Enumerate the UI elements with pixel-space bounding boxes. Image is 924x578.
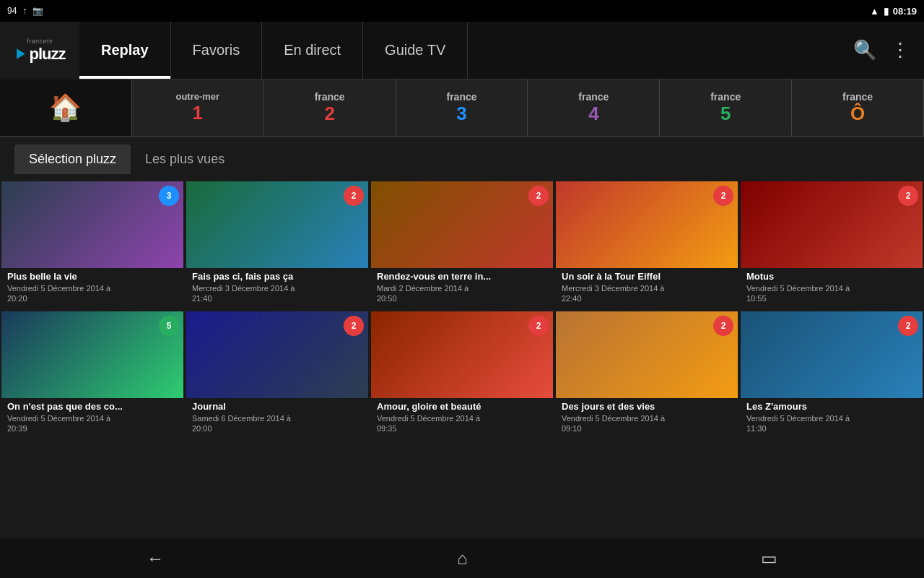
video-date: Mercredi 3 Décembre 2014 à21:40 xyxy=(192,283,362,304)
status-bar: 94 ↑ 📷 ▲ ▮ 08:19 xyxy=(0,0,924,22)
video-info: Un soir à la Tour Eiffel Mercredi 3 Déce… xyxy=(556,268,738,309)
channel-badge: 2 xyxy=(713,316,733,336)
video-date: Vendredi 5 Décembre 2014 à09:35 xyxy=(377,413,547,434)
tab-guidetv[interactable]: Guide TV xyxy=(363,22,468,79)
outremer-num: 1 xyxy=(193,102,203,124)
logo-area: francetv pluzz xyxy=(0,22,79,79)
video-card-5[interactable]: 2 Motus Vendredi 5 Décembre 2014 à10:55 xyxy=(739,180,924,310)
france4-label: france xyxy=(578,91,609,103)
franceo-num: Ô xyxy=(850,103,865,125)
france2-num: 2 xyxy=(324,103,334,125)
video-title: Des jours et des vies xyxy=(562,401,732,412)
video-date: Samedi 6 Décembre 2014 à20:00 xyxy=(192,413,362,434)
video-info: Plus belle la vie Vendredi 5 Décembre 20… xyxy=(1,268,183,309)
tab-favoris[interactable]: Favoris xyxy=(171,22,263,79)
france3-num: 3 xyxy=(456,103,466,125)
video-thumbnail: 3 xyxy=(1,181,183,268)
channel-badge: 2 xyxy=(528,186,549,206)
home-button[interactable]: ⌂ xyxy=(457,548,468,569)
camera-icon: 📷 xyxy=(32,6,43,16)
content-tabs: Sélection pluzz Les plus vues xyxy=(0,137,924,174)
channel-france4[interactable]: france 4 xyxy=(528,79,660,136)
time-display: 08:19 xyxy=(893,6,917,17)
video-info: Amour, gloire et beauté Vendredi 5 Décem… xyxy=(371,398,553,439)
channel-badge: 2 xyxy=(898,186,918,206)
tab-replay[interactable]: Replay xyxy=(79,22,171,79)
channel-badge: 2 xyxy=(528,316,549,336)
channel-france3[interactable]: france 3 xyxy=(396,79,528,136)
video-thumbnail: 2 xyxy=(371,181,553,268)
video-thumbnail: 2 xyxy=(556,311,738,398)
video-title: Fais pas ci, fais pas ça xyxy=(192,271,362,282)
video-grid: 3 Plus belle la vie Vendredi 5 Décembre … xyxy=(0,174,924,445)
nav-tabs: Replay Favoris En direct Guide TV xyxy=(79,22,853,79)
channel-bar: 🏠 outre-mer 1 france 2 france 3 france 4… xyxy=(0,79,924,137)
wifi-icon: ▲ xyxy=(870,6,879,17)
video-thumbnail: 5 xyxy=(1,311,183,398)
video-info: Journal Samedi 6 Décembre 2014 à20:00 xyxy=(186,398,368,439)
back-button[interactable]: ← xyxy=(147,548,164,569)
tab-les-plus-vues[interactable]: Les plus vues xyxy=(131,144,239,174)
video-card-10[interactable]: 2 Les Z'amours Vendredi 5 Décembre 2014 … xyxy=(739,310,924,440)
channel-france5[interactable]: france 5 xyxy=(660,79,792,136)
channel-badge: 2 xyxy=(344,186,364,206)
channel-home[interactable]: 🏠 xyxy=(0,79,132,136)
video-info: Les Z'amours Vendredi 5 Décembre 2014 à1… xyxy=(741,398,923,439)
video-card-9[interactable]: 2 Des jours et des vies Vendredi 5 Décem… xyxy=(554,310,739,440)
video-info: Fais pas ci, fais pas ça Mercredi 3 Déce… xyxy=(186,268,368,309)
video-date: Mardi 2 Décembre 2014 à20:50 xyxy=(377,283,547,304)
video-info: Rendez-vous en terre in... Mardi 2 Décem… xyxy=(371,268,553,309)
video-thumbnail: 2 xyxy=(556,181,738,268)
video-card-4[interactable]: 2 Un soir à la Tour Eiffel Mercredi 3 Dé… xyxy=(554,180,739,310)
video-thumbnail: 2 xyxy=(371,311,553,398)
video-card-1[interactable]: 3 Plus belle la vie Vendredi 5 Décembre … xyxy=(0,180,185,310)
search-icon[interactable]: 🔍 xyxy=(853,39,876,61)
video-date: Mercredi 3 Décembre 2014 à22:40 xyxy=(562,283,732,304)
video-title: Les Z'amours xyxy=(746,401,917,412)
video-thumbnail: 2 xyxy=(741,311,923,398)
bottom-nav: ← ⌂ ▭ xyxy=(0,538,924,578)
channel-france2[interactable]: france 2 xyxy=(264,79,396,136)
video-date: Vendredi 5 Décembre 2014 à20:39 xyxy=(7,413,178,434)
top-nav: francetv pluzz Replay Favoris En direct … xyxy=(0,22,924,79)
video-card-7[interactable]: 2 Journal Samedi 6 Décembre 2014 à20:00 xyxy=(185,310,370,440)
upload-icon: ↑ xyxy=(22,6,27,16)
video-card-2[interactable]: 2 Fais pas ci, fais pas ça Mercredi 3 Dé… xyxy=(185,180,370,310)
francetv-label: francetv xyxy=(27,38,53,45)
logo-pluzz: pluzz xyxy=(30,45,66,64)
video-thumbnail: 2 xyxy=(741,181,923,268)
video-title: Un soir à la Tour Eiffel xyxy=(562,271,732,282)
channel-franceo[interactable]: france Ô xyxy=(792,79,924,136)
video-title: Rendez-vous en terre in... xyxy=(377,271,547,282)
video-card-3[interactable]: 2 Rendez-vous en terre in... Mardi 2 Déc… xyxy=(370,180,554,310)
video-title: Plus belle la vie xyxy=(7,271,178,282)
battery-num-icon: 94 xyxy=(7,6,17,16)
video-title: Amour, gloire et beauté xyxy=(377,401,547,412)
tab-endirect[interactable]: En direct xyxy=(262,22,363,79)
video-date: Vendredi 5 Décembre 2014 à20:20 xyxy=(7,283,178,304)
video-date: Vendredi 5 Décembre 2014 à11:30 xyxy=(746,413,917,434)
video-info: On n'est pas que des co... Vendredi 5 Dé… xyxy=(1,398,183,439)
tab-selection-pluzz[interactable]: Sélection pluzz xyxy=(14,144,131,174)
france3-label: france xyxy=(446,91,476,103)
video-date: Vendredi 5 Décembre 2014 à10:55 xyxy=(746,283,917,304)
status-left: 94 ↑ 📷 xyxy=(7,6,43,16)
video-thumbnail: 2 xyxy=(186,181,368,268)
france5-label: france xyxy=(710,91,741,103)
channel-badge: 2 xyxy=(344,316,364,336)
outremer-label: outre-mer xyxy=(175,91,219,102)
home-icon: 🏠 xyxy=(49,92,82,123)
france4-num: 4 xyxy=(588,103,598,125)
video-thumbnail: 2 xyxy=(186,311,368,398)
video-title: On n'est pas que des co... xyxy=(7,401,178,412)
video-title: Journal xyxy=(192,401,362,412)
channel-badge: 2 xyxy=(713,186,733,206)
nav-actions: 🔍 ⋮ xyxy=(853,39,924,61)
channel-outremer[interactable]: outre-mer 1 xyxy=(132,79,264,136)
menu-icon[interactable]: ⋮ xyxy=(891,39,910,61)
video-card-8[interactable]: 2 Amour, gloire et beauté Vendredi 5 Déc… xyxy=(370,310,554,440)
status-right: ▲ ▮ 08:19 xyxy=(870,6,917,17)
video-card-6[interactable]: 5 On n'est pas que des co... Vendredi 5 … xyxy=(0,310,185,440)
france2-label: france xyxy=(315,91,345,103)
recents-button[interactable]: ▭ xyxy=(761,548,777,569)
